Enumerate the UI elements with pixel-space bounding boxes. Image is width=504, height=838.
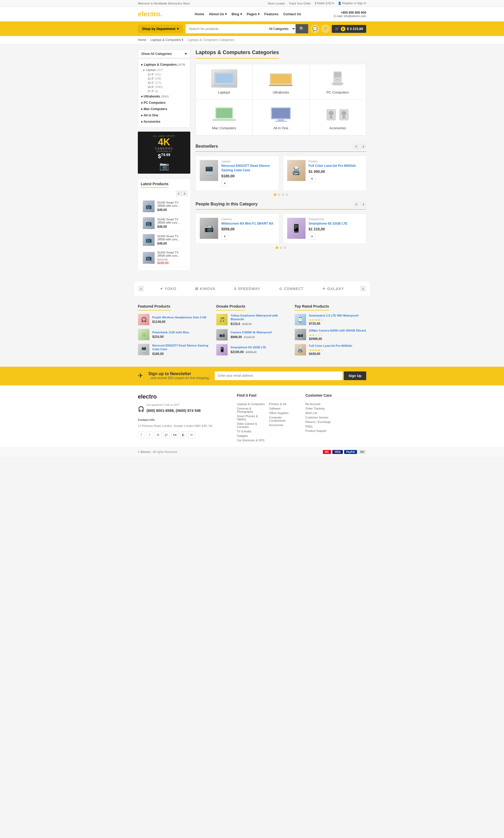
- facebook-icon[interactable]: f: [138, 431, 145, 438]
- product-image: 🖨️: [287, 160, 306, 181]
- breadcrumb-home[interactable]: Home: [138, 38, 146, 42]
- twitter-icon[interactable]: t: [146, 431, 153, 438]
- latest-next-button[interactable]: ›: [182, 190, 187, 196]
- people-buying-prev-button[interactable]: ‹: [353, 201, 359, 207]
- sidebar-item-laptops-computers[interactable]: ▸ Laptops & Computers (2079): [138, 62, 190, 68]
- footer-link[interactable]: Wish List: [306, 412, 366, 415]
- sidebar-item-15-6[interactable]: 15.6" (2589): [138, 85, 190, 89]
- nav-blog[interactable]: Blog ▾: [232, 12, 242, 16]
- add-to-cart-button[interactable]: +: [309, 233, 316, 240]
- nav-features[interactable]: Features: [264, 12, 278, 16]
- newsletter-section: ✈ Sign up to Newsletter ...and receive $…: [0, 367, 504, 385]
- nav-home[interactable]: Home: [195, 12, 204, 16]
- breadcrumb-parent[interactable]: Laptops & Computers ▾: [150, 38, 183, 42]
- sidebar-item-ultrabooks[interactable]: ▸ Ultrabooks (2641): [138, 93, 190, 100]
- dot[interactable]: [286, 193, 288, 196]
- search-button[interactable]: 🔍: [295, 24, 308, 33]
- sidebar-ad[interactable]: ALL-NEW SPORT 4K CAMERAS STARTING AT $79…: [138, 132, 190, 174]
- sidebar-item-laptops[interactable]: ▸ Laptops (447): [138, 68, 190, 72]
- footer-link[interactable]: Office Supplies: [269, 412, 298, 415]
- footer-link[interactable]: Product Support: [306, 429, 366, 432]
- footer-link[interactable]: Printers & Ink: [269, 402, 298, 406]
- footer-link[interactable]: My Account: [306, 402, 366, 406]
- dot[interactable]: [282, 193, 284, 196]
- nav-pages[interactable]: Pages ▾: [247, 12, 259, 16]
- footer-link[interactable]: Computer Components: [269, 416, 298, 422]
- category-card-laptops[interactable]: Laptops: [196, 64, 252, 100]
- footer-link[interactable]: FAQs: [306, 425, 366, 428]
- footer-link[interactable]: Software: [269, 407, 298, 410]
- people-buying-next-button[interactable]: ›: [360, 201, 366, 207]
- sidebar-item-17-3[interactable]: 17.3" (8): [138, 89, 190, 93]
- category-card-image: [268, 69, 294, 88]
- sidebar-item-14-1[interactable]: 14.1" (173): [138, 81, 190, 85]
- add-to-cart-button[interactable]: +: [221, 180, 228, 187]
- footer-link[interactable]: Accesories: [269, 423, 298, 426]
- vimeo-icon[interactable]: ◐: [180, 431, 187, 438]
- onsale-products-section: Onsale Products 🎵 Yellow Earphones Water…: [216, 304, 288, 359]
- chat-icon[interactable]: 💬: [311, 25, 319, 33]
- sidebar-item-pc-computers[interactable]: ▸ PC Computers: [138, 100, 190, 106]
- search-input[interactable]: [185, 24, 265, 33]
- dot[interactable]: [280, 246, 282, 249]
- sidebar-item-accesories[interactable]: ▸ Accesories: [138, 119, 190, 125]
- brand-prev-button[interactable]: ‹: [138, 286, 144, 292]
- onsale-products-title: Onsale Products: [216, 304, 245, 311]
- category-card-pc[interactable]: PC Computers: [309, 64, 366, 100]
- add-to-cart-button[interactable]: +: [309, 175, 316, 182]
- currency-selector[interactable]: $ Dollar (US) ▾: [315, 2, 334, 5]
- brand-next-button[interactable]: ›: [360, 286, 366, 292]
- support-info: +800 856 800 604 E-mail: info@electro.co…: [334, 11, 366, 18]
- dot[interactable]: [284, 246, 286, 249]
- sidebar: Show All Categories ▾ ▸ Laptops & Comput…: [138, 49, 190, 276]
- newsletter-signup-button[interactable]: Sign Up: [344, 371, 366, 380]
- sidebar-item-11-6[interactable]: 11.6" (241): [138, 72, 190, 76]
- sidebar-item-all-in-one[interactable]: ▸ All in One: [138, 112, 190, 119]
- category-card-accesories[interactable]: Accesories: [309, 100, 366, 135]
- dot[interactable]: [274, 193, 276, 196]
- sidebar-item-13-3[interactable]: 13.3" (248): [138, 76, 190, 81]
- footer-link[interactable]: Car Electronic & GPS: [237, 439, 265, 442]
- dot[interactable]: [278, 193, 280, 196]
- nav-about[interactable]: About Us ▾: [209, 12, 227, 16]
- google-plus-icon[interactable]: g+: [163, 431, 170, 438]
- add-to-cart-button[interactable]: +: [221, 233, 228, 240]
- footer-link[interactable]: Gadgets: [237, 434, 265, 437]
- brand-logo-connect[interactable]: ⊙ connect: [276, 285, 306, 292]
- footer-link[interactable]: Laptops & Computers: [237, 402, 265, 406]
- cart-button[interactable]: 🛒 0 $ 3 215,99: [332, 25, 366, 33]
- brand-logo-kinova[interactable]: ⊠ KINOVA: [193, 285, 218, 292]
- brand-logo-speedway[interactable]: $ SPEEDWAY: [232, 285, 263, 292]
- store-locator-link[interactable]: Store Locator: [268, 2, 285, 5]
- wishlist-icon[interactable]: ♡: [321, 25, 330, 33]
- bestsellers-next-button[interactable]: ›: [360, 143, 366, 149]
- nav-contact[interactable]: Contact Us: [283, 12, 301, 16]
- category-card-mac[interactable]: Mac Computers: [196, 100, 252, 135]
- footer-link[interactable]: Cameras & Photography: [237, 407, 265, 413]
- rss-icon[interactable]: ⊕: [155, 431, 161, 438]
- footer-link[interactable]: Customer Service: [306, 416, 366, 419]
- bestsellers-prev-button[interactable]: ‹: [353, 143, 359, 149]
- flickr-icon[interactable]: ●●: [172, 431, 178, 438]
- footer-link[interactable]: Video Games & Consoles: [237, 422, 265, 429]
- category-select[interactable]: All Categories: [265, 24, 295, 33]
- latest-prev-button[interactable]: ‹: [176, 190, 182, 196]
- footer-link[interactable]: TV & Audio: [237, 430, 265, 433]
- register-link[interactable]: 👤 Register or Sign In: [338, 2, 366, 5]
- linkedin-icon[interactable]: in: [188, 431, 195, 438]
- sidebar-item-mac-computers[interactable]: ▸ Mac Computers: [138, 106, 190, 112]
- brand-logo-galaxy[interactable]: ✈ GALAXY: [320, 285, 346, 292]
- brand-logo-yoko[interactable]: ✦ YOKO: [157, 285, 179, 292]
- footer-link[interactable]: Returns / Exchange: [306, 420, 366, 423]
- track-order-link[interactable]: Track Your Order: [289, 2, 311, 5]
- newsletter-email-input[interactable]: [215, 371, 342, 380]
- footer-link[interactable]: Smart Phones & Tablets: [237, 415, 265, 421]
- dot[interactable]: [276, 246, 278, 249]
- footer-link[interactable]: Order Tracking: [306, 407, 366, 410]
- category-card-ultrabooks[interactable]: Ultrabooks: [253, 64, 309, 100]
- shop-by-department-button[interactable]: Shop by Department ▾: [138, 25, 183, 33]
- category-card-allinone[interactable]: All in One: [253, 100, 309, 135]
- show-categories-button[interactable]: Show All Categories ▾: [138, 49, 190, 58]
- mastercard-icon: MC: [323, 450, 331, 454]
- logo[interactable]: electro.: [138, 10, 162, 18]
